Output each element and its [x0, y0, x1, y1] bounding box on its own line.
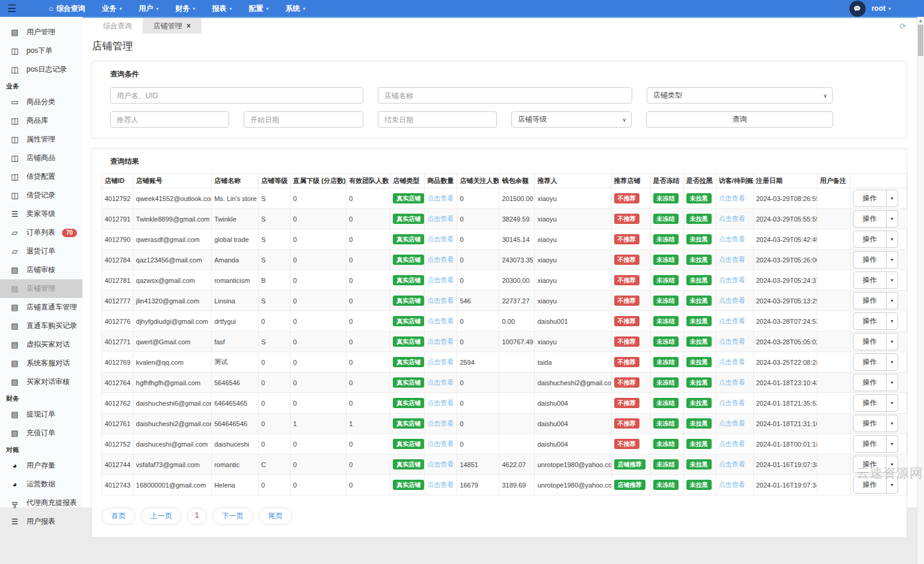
- view-goods-link[interactable]: 点击查看: [427, 420, 454, 427]
- refresh-icon[interactable]: ⟳: [899, 22, 906, 31]
- action-button[interactable]: 操作: [853, 394, 887, 412]
- sidebar-item[interactable]: ▤ 直通车购买记录: [0, 317, 82, 335]
- action-button[interactable]: 操作: [853, 415, 887, 432]
- view-goods-link[interactable]: 点击查看: [427, 297, 454, 304]
- sidebar-item[interactable]: ◕ 用户存量: [0, 456, 82, 475]
- chat-button[interactable]: [849, 1, 866, 17]
- view-goods-link[interactable]: 点击查看: [427, 338, 454, 345]
- sidebar-item[interactable]: ▱ 订单列表 70: [0, 223, 82, 242]
- query-button[interactable]: 查询: [646, 111, 833, 128]
- view-visitors-link[interactable]: 点击查看: [719, 256, 745, 263]
- user-menu[interactable]: root ▾: [872, 4, 891, 13]
- action-dropdown-button[interactable]: ▾: [886, 333, 898, 350]
- view-goods-link[interactable]: 点击查看: [427, 276, 454, 284]
- nav-menu-item[interactable]: 报表 ▾: [204, 0, 241, 17]
- action-dropdown-button[interactable]: ▾: [886, 312, 898, 330]
- action-dropdown-button[interactable]: ▾: [886, 210, 898, 228]
- view-visitors-link[interactable]: 点击查看: [719, 420, 745, 427]
- sidebar-item[interactable]: ▤ 店铺管理: [0, 279, 82, 298]
- referrer-input[interactable]: [110, 111, 229, 128]
- action-button[interactable]: 操作: [853, 210, 887, 228]
- view-visitors-link[interactable]: 点击查看: [719, 297, 745, 304]
- sidebar-item[interactable]: ◫ pos下单: [0, 42, 82, 60]
- action-dropdown-button[interactable]: ▾: [886, 190, 898, 207]
- view-visitors-link[interactable]: 点击查看: [719, 338, 745, 345]
- pagination-button[interactable]: 下一页: [212, 507, 253, 525]
- vertical-scrollbar[interactable]: ▲: [917, 17, 924, 564]
- close-icon[interactable]: ×: [186, 22, 191, 30]
- view-visitors-link[interactable]: 点击查看: [719, 194, 745, 202]
- action-button[interactable]: 操作: [853, 271, 887, 289]
- view-goods-link[interactable]: 点击查看: [427, 399, 454, 406]
- action-dropdown-button[interactable]: ▾: [886, 251, 898, 268]
- action-dropdown-button[interactable]: ▾: [886, 435, 898, 453]
- view-visitors-link[interactable]: 点击查看: [719, 399, 745, 406]
- sidebar-item[interactable]: 对账: [0, 442, 82, 456]
- nav-menu-item[interactable]: 用户 ▾: [131, 0, 167, 17]
- nav-menu-item[interactable]: 系统 ▾: [277, 0, 314, 17]
- sidebar-item[interactable]: ▤ 用户管理: [0, 23, 82, 42]
- action-button[interactable]: 操作: [853, 435, 887, 453]
- view-goods-link[interactable]: 点击查看: [427, 440, 454, 447]
- sidebar-item[interactable]: ◫ 属性管理: [0, 130, 82, 149]
- view-visitors-link[interactable]: 点击查看: [719, 460, 745, 468]
- content-tab[interactable]: 综合查询: [92, 18, 143, 34]
- view-visitors-link[interactable]: 点击查看: [719, 440, 745, 447]
- action-button[interactable]: 操作: [853, 292, 887, 309]
- sidebar-item[interactable]: ▤ 店铺审核: [0, 261, 82, 279]
- store-type-select[interactable]: 店铺类型 ∨: [647, 87, 833, 104]
- action-dropdown-button[interactable]: ▾: [886, 292, 898, 309]
- sidebar-item[interactable]: ▤ 充值订单: [0, 424, 82, 442]
- view-goods-link[interactable]: 点击查看: [427, 256, 454, 263]
- sidebar-item[interactable]: ╦ 代理商充提报表: [0, 494, 82, 512]
- action-button[interactable]: 操作: [853, 374, 887, 391]
- view-visitors-link[interactable]: 点击查看: [719, 379, 745, 386]
- view-goods-link[interactable]: 点击查看: [427, 358, 454, 365]
- action-button[interactable]: 操作: [853, 190, 887, 207]
- action-button[interactable]: 操作: [853, 312, 887, 330]
- sidebar-item[interactable]: ◫ 店铺商品: [0, 149, 82, 167]
- hamburger-menu-icon[interactable]: ☰: [7, 4, 16, 14]
- sidebar-item[interactable]: ▤ 买家对话审核: [0, 373, 82, 391]
- view-visitors-link[interactable]: 点击查看: [719, 276, 745, 284]
- action-button[interactable]: 操作: [853, 231, 887, 248]
- start-date-input[interactable]: [244, 111, 363, 128]
- nav-menu-item[interactable]: 财务 ▾: [167, 0, 204, 17]
- sidebar-item[interactable]: ▱ 退货订单: [0, 242, 82, 261]
- action-button[interactable]: 操作: [853, 353, 887, 371]
- view-goods-link[interactable]: 点击查看: [427, 460, 454, 468]
- store-level-select[interactable]: 店铺等级 ∨: [511, 111, 632, 128]
- pagination-button[interactable]: 1: [187, 507, 207, 525]
- sidebar-item[interactable]: ☰ 卖家等级: [0, 205, 82, 223]
- sidebar-item[interactable]: ◕ 运营数据: [0, 475, 82, 494]
- pagination-button[interactable]: 上一页: [141, 507, 182, 525]
- view-goods-link[interactable]: 点击查看: [427, 215, 454, 222]
- view-visitors-link[interactable]: 点击查看: [719, 317, 745, 324]
- sidebar-item[interactable]: ▤ 店铺直通车管理: [0, 298, 82, 317]
- username-uid-input[interactable]: [110, 87, 363, 104]
- sidebar-item[interactable]: 业务: [0, 79, 82, 93]
- sidebar-item[interactable]: ▤ 虚拟买家对话: [0, 335, 82, 354]
- view-goods-link[interactable]: 点击查看: [427, 317, 454, 324]
- nav-menu-item[interactable]: 配置 ▾: [241, 0, 277, 17]
- view-visitors-link[interactable]: 点击查看: [719, 235, 745, 243]
- sidebar-item[interactable]: ◫ 借贷记录: [0, 186, 82, 205]
- action-dropdown-button[interactable]: ▾: [886, 374, 898, 391]
- action-dropdown-button[interactable]: ▾: [886, 353, 898, 371]
- sidebar-item[interactable]: ▭ 商品分类: [0, 93, 82, 111]
- end-date-input[interactable]: [378, 111, 497, 128]
- pagination-button[interactable]: 尾页: [259, 507, 292, 525]
- view-visitors-link[interactable]: 点击查看: [719, 215, 745, 222]
- view-visitors-link[interactable]: 点击查看: [719, 358, 745, 365]
- sidebar-item[interactable]: ☰ 用户报表: [0, 512, 82, 531]
- sidebar-item[interactable]: 财务: [0, 391, 82, 405]
- scroll-up-arrow-icon[interactable]: ▲: [917, 17, 924, 23]
- action-dropdown-button[interactable]: ▾: [886, 415, 898, 432]
- view-goods-link[interactable]: 点击查看: [427, 481, 454, 488]
- sidebar-item[interactable]: ◫ pos日志记录: [0, 60, 82, 79]
- view-goods-link[interactable]: 点击查看: [427, 379, 454, 386]
- sidebar-item[interactable]: ▤ 提现订单: [0, 405, 82, 424]
- action-dropdown-button[interactable]: ▾: [886, 271, 898, 289]
- action-button[interactable]: 操作: [853, 251, 887, 268]
- sidebar-item[interactable]: ◫ 商品库: [0, 111, 82, 130]
